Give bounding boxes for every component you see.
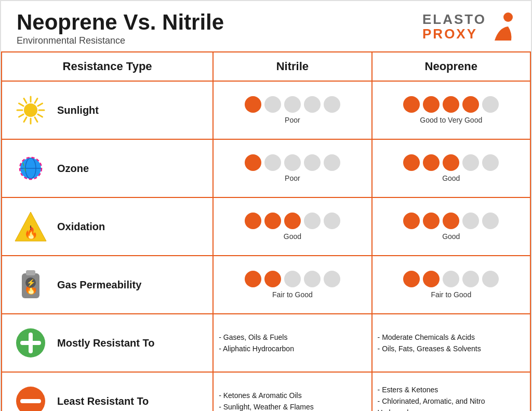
row-icon-box	[12, 150, 49, 187]
resistance-type-inner: Sunlight	[7, 88, 207, 132]
nitrile-rating-cell: Poor	[213, 81, 371, 139]
plus-icon-box	[12, 325, 49, 361]
dot-filled	[443, 96, 459, 113]
dot-filled	[423, 96, 440, 113]
mostly-resistant-nitrile: - Gases, Oils & Fuels- Aliphatic Hydroca…	[213, 314, 371, 372]
dot-filled	[403, 154, 420, 171]
svg-rect-22	[26, 270, 35, 275]
dot-filled	[423, 154, 440, 171]
col-header-type: Resistance Type	[2, 52, 213, 81]
resistance-type-inner: 🔥 ⚡ Gas Permeability	[7, 262, 207, 307]
neoprene-rating-cell: Fair to Good	[372, 256, 530, 314]
svg-line-3	[38, 114, 43, 117]
sub-title: Environmental Resistance	[17, 35, 224, 46]
least-resistant-inner: Least Resistant To	[7, 379, 207, 411]
nitrile-rating-cell: Good	[213, 197, 371, 256]
resistance-type-cell: Ozone	[2, 139, 213, 197]
dot-filled	[443, 213, 459, 229]
logo-proxy: PROXY	[422, 26, 486, 42]
dot-filled	[423, 213, 440, 229]
dot-empty	[482, 154, 499, 171]
svg-point-0	[503, 12, 513, 22]
dot-empty	[264, 154, 281, 171]
mostly-resistant-row: Mostly Resistant To - Gases, Oils & Fuel…	[2, 314, 530, 372]
dot-filled	[245, 96, 261, 113]
dot-empty	[264, 96, 281, 113]
dot-filled	[264, 213, 281, 229]
nitrile-rating-cell: Fair to Good	[213, 256, 371, 314]
dot-empty	[482, 213, 499, 229]
nitrile-rating-label: Good	[219, 232, 366, 241]
dot-filled	[245, 154, 261, 171]
logo-area: ELASTO PROXY	[422, 12, 515, 45]
table-row: 🔥 ⚡ Gas Permeability Fair to GoodFair to…	[2, 256, 530, 314]
dot-filled	[245, 271, 261, 287]
dot-empty	[304, 271, 321, 287]
least-resistant-neoprene: - Esters & Ketones- Chlorinated, Aromati…	[372, 372, 530, 411]
dot-empty	[324, 271, 340, 287]
row-icon-box: 🔥 ⚡	[12, 267, 49, 303]
dot-filled	[403, 96, 420, 113]
dot-empty	[284, 154, 301, 171]
dot-empty	[462, 154, 479, 171]
svg-line-12	[35, 99, 37, 103]
svg-point-29	[16, 387, 45, 411]
row-icon-box: 🔥 !	[12, 208, 49, 245]
svg-point-1	[24, 103, 37, 117]
plus-icon	[16, 328, 45, 357]
neoprene-rating-cell: Good	[372, 139, 530, 197]
dot-empty	[482, 96, 499, 113]
dot-filled	[245, 213, 261, 229]
col-header-neoprene: Neoprene	[372, 52, 530, 81]
dot-empty	[284, 271, 301, 287]
dot-empty	[324, 213, 340, 229]
dot-empty	[304, 154, 321, 171]
logo-elasto: ELASTO	[422, 12, 486, 27]
resistance-type-inner: 🔥 ! Oxidation	[7, 204, 207, 249]
neoprene-rating-label: Good	[378, 174, 525, 182]
header-left: Neoprene Vs. Nitrile Environmental Resis…	[17, 10, 224, 46]
table-row: Sunlight PoorGood to Very Good	[2, 81, 530, 139]
least-resistant-type-cell: Least Resistant To	[2, 372, 213, 411]
svg-text:!: !	[30, 224, 32, 231]
svg-line-13	[38, 103, 43, 106]
gas-icon: 🔥 ⚡	[17, 268, 45, 301]
neoprene-rating-label: Fair to Good	[378, 290, 525, 299]
dot-filled	[403, 213, 420, 229]
mostly-resistant-neoprene: - Moderate Chemicals & Acids- Oils, Fats…	[372, 314, 530, 372]
col-header-nitrile: Nitrile	[213, 52, 371, 81]
nitrile-rating-label: Fair to Good	[219, 290, 366, 299]
resistance-type-cell: 🔥 ⚡ Gas Permeability	[2, 256, 213, 314]
resistance-type-inner: Ozone	[7, 146, 207, 191]
row-label: Ozone	[57, 163, 89, 175]
neoprene-rating-label: Good to Very Good	[378, 116, 525, 124]
dot-filled	[443, 154, 459, 171]
header: Neoprene Vs. Nitrile Environmental Resis…	[1, 1, 531, 51]
least-resistant-row: Least Resistant To - Ketones & Aromatic …	[2, 372, 530, 411]
neoprene-rating-cell: Good	[372, 197, 530, 256]
logo-person-icon	[489, 12, 515, 45]
dot-empty	[324, 154, 340, 171]
dot-empty	[462, 213, 479, 229]
table-row: Ozone PoorGood	[2, 139, 530, 197]
svg-text:⚡: ⚡	[26, 279, 36, 287]
svg-line-6	[24, 117, 26, 122]
least-resistant-label: Least Resistant To	[57, 395, 149, 407]
earth-icon	[15, 153, 46, 184]
dot-filled	[403, 271, 420, 287]
main-title: Neoprene Vs. Nitrile	[17, 10, 224, 34]
svg-line-10	[24, 99, 26, 103]
nitrile-rating-label: Poor	[219, 174, 366, 182]
dot-filled	[264, 271, 281, 287]
dot-empty	[324, 96, 340, 113]
row-icon-box	[12, 92, 49, 128]
dot-empty	[443, 271, 459, 287]
sun-icon	[15, 95, 46, 126]
mostly-resistant-type-cell: Mostly Resistant To	[2, 314, 213, 372]
neoprene-rating-label: Good	[378, 232, 525, 241]
minus-icon	[16, 387, 45, 411]
dot-filled	[423, 271, 440, 287]
oxidation-icon: 🔥 !	[14, 211, 47, 242]
nitrile-rating-cell: Poor	[213, 139, 371, 197]
mostly-resistant-label: Mostly Resistant To	[57, 337, 154, 349]
